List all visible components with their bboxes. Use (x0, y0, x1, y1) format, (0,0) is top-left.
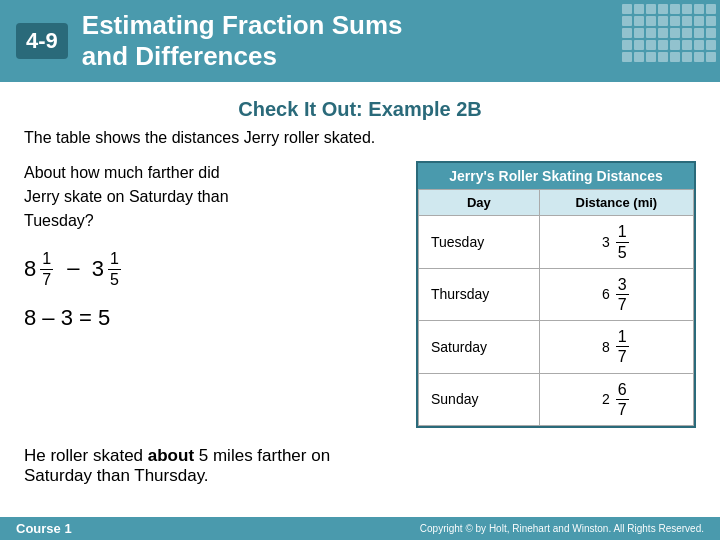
whole-1: 8 (24, 256, 36, 282)
grid-dot (622, 28, 632, 38)
table-cell-day: Sunday (419, 373, 540, 425)
copyright-text: Copyright © by Holt, Rinehart and Winsto… (420, 523, 704, 534)
grid-dot (646, 16, 656, 26)
dist-numerator: 3 (616, 275, 629, 295)
dist-fraction: 15 (616, 222, 629, 261)
footer-text: He roller skated about 5 miles farther o… (0, 446, 720, 486)
math-expression-1: 8 1 7 – 3 1 5 (24, 249, 396, 288)
grid-dot (646, 4, 656, 14)
distance-table-container: Jerry's Roller Skating Distances Day Dis… (416, 161, 696, 428)
grid-dot (682, 52, 692, 62)
col-distance-header: Distance (mi) (539, 190, 693, 216)
grid-dot (658, 28, 668, 38)
mixed-number-1: 8 1 7 (24, 249, 55, 288)
table-cell-day: Saturday (419, 321, 540, 373)
bottom-bar: Course 1 Copyright © by Holt, Rinehart a… (0, 517, 720, 540)
table-cell-distance: 267 (539, 373, 693, 425)
grid-dot (682, 40, 692, 50)
dist-denominator: 7 (616, 400, 629, 419)
grid-dot (706, 52, 716, 62)
table-cell-distance: 817 (539, 321, 693, 373)
dist-fraction: 37 (616, 275, 629, 314)
main-layout: About how much farther did Jerry skate o… (24, 161, 696, 428)
simple-equation: 8 – 3 = 5 (24, 305, 396, 331)
grid-dot (694, 40, 704, 50)
dist-denominator: 5 (616, 243, 629, 262)
grid-dot (670, 40, 680, 50)
distance-value: 817 (552, 327, 681, 366)
grid-dot (622, 16, 632, 26)
lesson-badge: 4-9 (16, 23, 68, 59)
dist-fraction: 67 (616, 380, 629, 419)
grid-dot (694, 28, 704, 38)
grid-dot (694, 52, 704, 62)
grid-dot (682, 28, 692, 38)
grid-dot (682, 4, 692, 14)
dist-whole: 6 (602, 286, 610, 302)
table-title: Jerry's Roller Skating Distances (418, 163, 694, 189)
table-cell-day: Tuesday (419, 216, 540, 268)
course-label: Course 1 (16, 521, 72, 536)
grid-dot (622, 40, 632, 50)
grid-dot (646, 40, 656, 50)
col-day-header: Day (419, 190, 540, 216)
grid-dot (634, 52, 644, 62)
grid-dot (634, 28, 644, 38)
header: 4-9 Estimating Fraction Sums and Differe… (0, 0, 720, 82)
table-wrapper: Jerry's Roller Skating Distances Day Dis… (416, 161, 696, 428)
grid-dot (670, 52, 680, 62)
dist-numerator: 6 (616, 380, 629, 400)
grid-dot (682, 16, 692, 26)
grid-dot (706, 16, 716, 26)
grid-dot (646, 52, 656, 62)
header-title: Estimating Fraction Sums and Differences (82, 10, 403, 72)
whole-2: 3 (92, 256, 104, 282)
section-title: Check It Out: Example 2B (0, 98, 720, 121)
minus-sign-1: – (67, 255, 79, 280)
grid-dot (706, 4, 716, 14)
intro-text: The table shows the distances Jerry roll… (24, 129, 696, 147)
decorative-grid: // Render grid dots inline after DOM rea… (622, 4, 716, 62)
table-row: Tuesday315 (419, 216, 694, 268)
distance-value: 315 (552, 222, 681, 261)
dist-whole: 8 (602, 339, 610, 355)
grid-dot (658, 40, 668, 50)
table-row: Saturday817 (419, 321, 694, 373)
distance-table: Day Distance (mi) Tuesday315Thursday637S… (418, 189, 694, 426)
grid-dot (658, 16, 668, 26)
dist-whole: 3 (602, 234, 610, 250)
grid-dot (622, 4, 632, 14)
grid-dot (634, 40, 644, 50)
grid-dot (694, 16, 704, 26)
question-text: About how much farther did Jerry skate o… (24, 161, 396, 233)
dist-numerator: 1 (616, 222, 629, 242)
grid-dot (706, 40, 716, 50)
grid-dot (694, 4, 704, 14)
grid-dot (622, 52, 632, 62)
grid-dot (646, 28, 656, 38)
distance-value: 637 (552, 275, 681, 314)
grid-dot (634, 4, 644, 14)
table-cell-distance: 637 (539, 268, 693, 320)
dist-denominator: 7 (616, 295, 629, 314)
fraction-2: 1 5 (108, 249, 121, 288)
dist-denominator: 7 (616, 347, 629, 366)
table-cell-distance: 315 (539, 216, 693, 268)
main-content: The table shows the distances Jerry roll… (0, 129, 720, 428)
table-row: Sunday267 (419, 373, 694, 425)
grid-dot (670, 28, 680, 38)
distance-value: 267 (552, 380, 681, 419)
dist-numerator: 1 (616, 327, 629, 347)
dist-whole: 2 (602, 391, 610, 407)
table-cell-day: Thursday (419, 268, 540, 320)
table-row: Thursday637 (419, 268, 694, 320)
grid-dot (658, 52, 668, 62)
grid-dot (706, 28, 716, 38)
left-panel: About how much farther did Jerry skate o… (24, 161, 396, 330)
dist-fraction: 17 (616, 327, 629, 366)
grid-dot (670, 16, 680, 26)
fraction-1: 1 7 (40, 249, 53, 288)
grid-dot (670, 4, 680, 14)
mixed-number-2: 3 1 5 (92, 249, 123, 288)
grid-dot (634, 16, 644, 26)
